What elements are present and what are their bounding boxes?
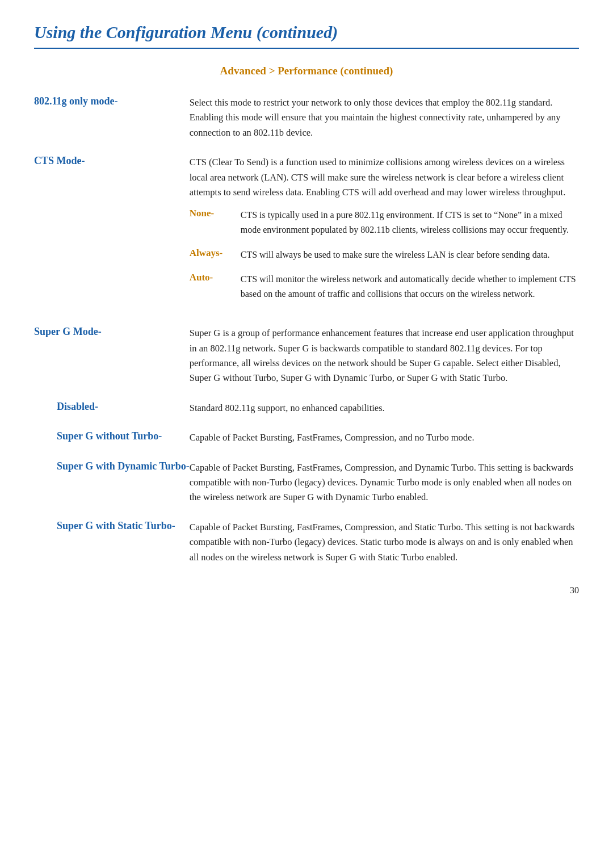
sub-entry-body: CTS will monitor the wireless network an… bbox=[241, 272, 579, 311]
sub-entry-body: CTS will always be used to make sure the… bbox=[241, 248, 579, 272]
entry-body: Capable of Packet Bursting, FastFrames, … bbox=[190, 460, 579, 520]
sub-entry-term: Auto- bbox=[190, 272, 213, 283]
page-number: 30 bbox=[34, 585, 579, 596]
entry-body: Select this mode to restrict your networ… bbox=[190, 95, 579, 155]
main-content-table: 802.11g only mode-Select this mode to re… bbox=[34, 95, 579, 580]
section-heading: Advanced > Performance (continued) bbox=[34, 65, 579, 77]
entry-term: Super G with Dynamic Turbo- bbox=[57, 460, 190, 472]
entry-body: Capable of Packet Bursting, FastFrames, … bbox=[190, 430, 579, 460]
content-row: Disabled-Standard 802.11g support, no en… bbox=[34, 401, 579, 430]
content-row: Super G Mode-Super G is a group of perfo… bbox=[34, 326, 579, 401]
entry-body: Capable of Packet Bursting, FastFrames, … bbox=[190, 520, 579, 580]
content-row: Super G without Turbo-Capable of Packet … bbox=[34, 430, 579, 460]
entry-term: Super G without Turbo- bbox=[57, 430, 162, 442]
entry-body: Super G is a group of performance enhanc… bbox=[190, 326, 579, 401]
sub-content-row: None-CTS is typically used in a pure 802… bbox=[190, 208, 579, 247]
entry-term: Super G Mode- bbox=[34, 326, 102, 337]
sub-entry-term: Always- bbox=[190, 248, 223, 258]
entry-body: CTS (Clear To Send) is a function used t… bbox=[190, 155, 579, 326]
entry-term: Super G with Static Turbo- bbox=[57, 520, 175, 531]
sub-content-row: Auto-CTS will monitor the wireless netwo… bbox=[190, 272, 579, 311]
entry-term: CTS Mode- bbox=[34, 155, 85, 166]
sub-content-row: Always-CTS will always be used to make s… bbox=[190, 248, 579, 272]
sub-entry-body: CTS is typically used in a pure 802.11g … bbox=[241, 208, 579, 247]
entry-term: 802.11g only mode- bbox=[34, 95, 118, 107]
page-title: Using the Configuration Menu (continued) bbox=[34, 23, 579, 49]
content-row: CTS Mode-CTS (Clear To Send) is a functi… bbox=[34, 155, 579, 326]
entry-body: Standard 802.11g support, no enhanced ca… bbox=[190, 401, 579, 430]
entry-term: Disabled- bbox=[57, 401, 98, 412]
content-row: 802.11g only mode-Select this mode to re… bbox=[34, 95, 579, 155]
sub-content-table: None-CTS is typically used in a pure 802… bbox=[190, 208, 579, 311]
sub-entry-term: None- bbox=[190, 208, 214, 219]
content-row: Super G with Static Turbo-Capable of Pac… bbox=[34, 520, 579, 580]
content-row: Super G with Dynamic Turbo-Capable of Pa… bbox=[34, 460, 579, 520]
